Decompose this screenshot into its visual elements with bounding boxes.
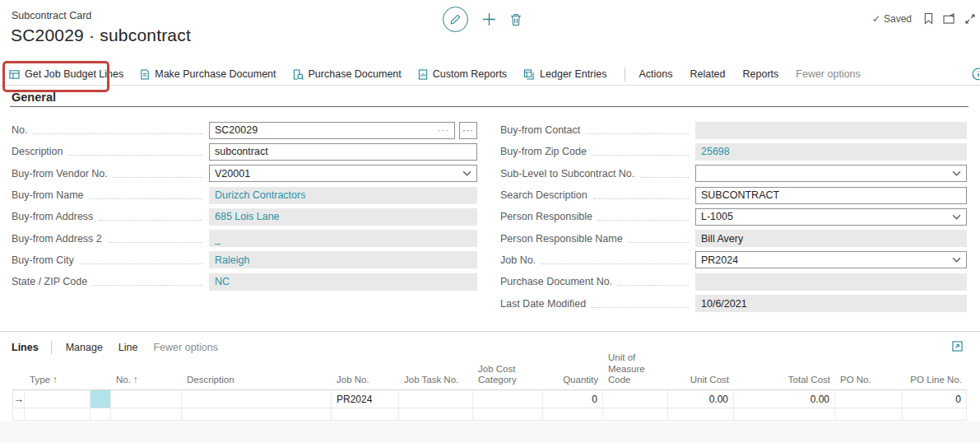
col-header-type[interactable]: Type ↑ (25, 375, 91, 386)
cell-no[interactable] (111, 408, 182, 420)
field-label: Buy-from Address 2 (12, 233, 102, 245)
toolbar-separator (625, 68, 625, 82)
menu-actions[interactable]: Actions (639, 68, 672, 80)
field-control-region: V20001 (209, 165, 477, 182)
action-label: Get Job Budget Lines (25, 68, 123, 80)
cell-selection[interactable] (91, 390, 111, 408)
cell-po-line-no[interactable]: 0 (903, 390, 967, 408)
field-value-link[interactable]: _ (215, 233, 221, 245)
field-control-region (695, 165, 967, 182)
delete-button[interactable] (510, 13, 522, 26)
cell-total-cost[interactable]: 0.00 (734, 390, 835, 408)
menu-related[interactable]: Related (690, 68, 725, 80)
dotted-leader (598, 212, 689, 221)
edit-button[interactable] (443, 7, 468, 32)
field-value-link[interactable]: Durizch Contractors (215, 189, 305, 201)
dotted-leader (99, 212, 202, 221)
chevron-down-icon[interactable] (952, 214, 961, 220)
bookmark-icon[interactable] (924, 12, 933, 25)
field-purchase-document-no: Purchase Document No. (500, 271, 967, 292)
col-header-description[interactable]: Description (182, 375, 332, 386)
ledger-entries-button[interactable]: Ledger Entries (523, 68, 606, 80)
chevron-down-icon[interactable] (952, 257, 961, 263)
field-input[interactable]: SUBCONTRACT (695, 187, 967, 204)
col-header-job-task-no[interactable]: Job Task No. (399, 375, 473, 386)
field-readonly: 10/6/2021 (695, 295, 967, 312)
cell-unit-of-measure-code[interactable] (603, 390, 668, 408)
cell-job-no[interactable]: PR2024 (332, 390, 399, 408)
make-purchase-document-button[interactable]: Make Purchase Document (140, 68, 276, 80)
col-header-total-cost[interactable]: Total Cost (734, 375, 835, 386)
row-indicator-cell[interactable] (12, 408, 25, 420)
menu-reports[interactable]: Reports (743, 68, 779, 80)
cell-job-task-no[interactable] (399, 390, 473, 408)
lines-menu-manage[interactable]: Manage (66, 342, 103, 353)
field-control-region: 685 Lois Lane (209, 208, 477, 226)
col-header-po-no[interactable]: PO No. (835, 375, 903, 386)
collapse-icon[interactable] (965, 14, 975, 24)
lines-fewer-options-button[interactable]: Fewer options (153, 342, 218, 353)
cell-selection[interactable] (91, 408, 111, 420)
dotted-leader (592, 147, 689, 156)
field-input[interactable]: SC20029··· (209, 122, 455, 139)
field-value-link[interactable]: NC (215, 276, 230, 287)
cell-po-no[interactable] (835, 408, 903, 420)
cell-job-no[interactable] (332, 408, 399, 420)
cell-no[interactable] (111, 390, 182, 408)
field-input[interactable]: subcontract (209, 143, 477, 161)
tab-separator (51, 341, 52, 354)
field-value-link[interactable]: Raleigh (215, 254, 249, 266)
col-header-no[interactable]: No. ↑ (111, 375, 182, 386)
field-value: subcontract (215, 146, 268, 157)
tab-lines[interactable]: Lines (12, 342, 39, 353)
col-header-unit-of-measure-code[interactable]: Unit of Measure Code (603, 352, 668, 386)
report-icon (418, 69, 428, 80)
inline-ellipsis-icon[interactable]: ··· (438, 125, 449, 135)
lines-menu-line[interactable]: Line (118, 342, 138, 353)
row-indicator-cell[interactable]: → (12, 390, 25, 408)
field-label: Job No. (500, 254, 536, 266)
cell-type[interactable] (25, 390, 91, 408)
chevron-down-icon[interactable] (462, 170, 471, 176)
col-header-job-cost-category[interactable]: Job Cost Category (473, 364, 543, 386)
lines-expand-icon[interactable] (952, 341, 963, 354)
field-control-region: PR2024 (695, 251, 967, 268)
chevron-down-icon[interactable] (952, 170, 961, 176)
field-dropdown[interactable] (695, 165, 967, 182)
new-button[interactable] (482, 12, 496, 26)
cell-job-cost-category[interactable] (473, 390, 543, 408)
open-in-new-window-icon[interactable] (943, 13, 955, 24)
chevron-down-icon (952, 214, 961, 220)
get-job-budget-lines-button[interactable]: Get Job Budget Lines (9, 68, 123, 80)
cell-job-cost-category[interactable] (473, 408, 543, 420)
field-dropdown[interactable]: PR2024 (695, 251, 967, 268)
cell-quantity[interactable] (543, 408, 603, 420)
cell-type[interactable] (25, 408, 91, 420)
section-header-general[interactable]: General (12, 91, 56, 104)
fewer-options-button[interactable]: Fewer options (796, 68, 861, 80)
purchase-document-button[interactable]: Purchase Document (293, 68, 402, 80)
cell-description[interactable] (182, 390, 332, 408)
col-header-quantity[interactable]: Quantity (543, 375, 603, 386)
cell-unit-cost[interactable]: 0.00 (668, 390, 734, 408)
cell-description[interactable] (182, 408, 332, 420)
cell-unit-of-measure-code[interactable] (603, 408, 668, 420)
cell-po-line-no[interactable] (903, 408, 967, 420)
cell-unit-cost[interactable] (668, 408, 734, 420)
field-value-link[interactable]: 25698 (701, 146, 730, 157)
field-dropdown[interactable]: L-1005 (695, 208, 967, 226)
cell-job-task-no[interactable] (399, 408, 473, 420)
assist-edit-button[interactable]: ··· (459, 122, 477, 139)
col-header-job-no[interactable]: Job No. (332, 375, 399, 386)
cell-po-no[interactable] (835, 390, 903, 408)
cell-quantity[interactable]: 0 (543, 390, 603, 408)
dotted-leader (618, 277, 689, 286)
field-dropdown[interactable]: V20001 (209, 165, 477, 182)
custom-reports-button[interactable]: Custom Reports (418, 68, 507, 80)
field-value-link[interactable]: 685 Lois Lane (215, 211, 280, 222)
cell-total-cost[interactable] (734, 408, 835, 420)
document-search-icon (293, 69, 304, 80)
col-header-unit-cost[interactable]: Unit Cost (668, 375, 734, 386)
help-info-icon[interactable] (972, 68, 980, 83)
col-header-po-line-no[interactable]: PO Line No. (903, 375, 967, 386)
